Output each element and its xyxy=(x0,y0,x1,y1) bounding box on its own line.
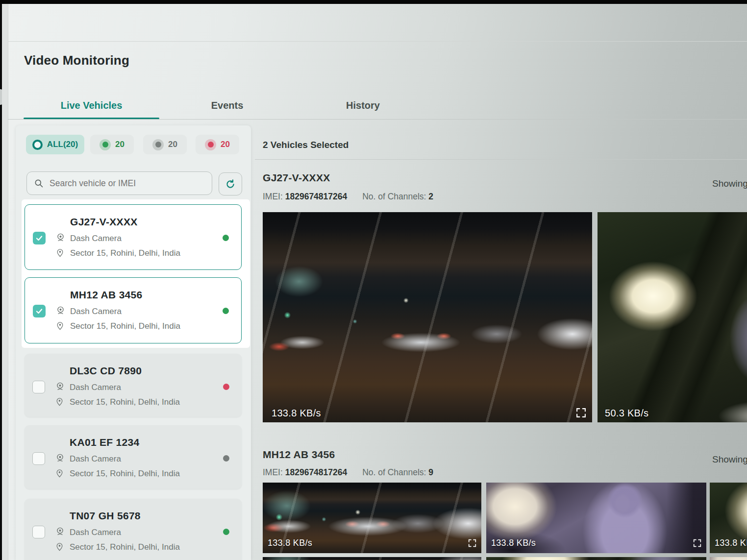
channels-label: No. of Channels: xyxy=(362,192,426,201)
webcam-icon xyxy=(55,382,65,393)
vehicle-checkbox[interactable] xyxy=(32,381,45,393)
refresh-icon xyxy=(225,179,236,190)
tab-live-vehicles[interactable]: Live Vehicles xyxy=(24,100,159,111)
vehicle-checkbox[interactable] xyxy=(32,526,45,538)
vehicle-name: TN07 GH 5678 xyxy=(70,510,141,522)
status-dot xyxy=(223,308,229,314)
vehicle-location: Sector 15, Rohini, Delhi, India xyxy=(70,469,180,479)
page: Video Monitoring Live Vehicles Events Hi… xyxy=(2,4,747,560)
vehicle-checkbox[interactable] xyxy=(33,305,46,317)
fullscreen-icon[interactable] xyxy=(576,408,586,418)
filter-idle-count: 20 xyxy=(168,140,177,149)
search-icon xyxy=(34,178,44,188)
channels-value: 9 xyxy=(428,467,433,477)
vehicle-name: KA01 EF 1234 xyxy=(70,437,140,448)
vehicle-card[interactable]: DL3C CD 7890 Dash Camera Sector 15, Rohi… xyxy=(25,354,242,417)
header-divider xyxy=(8,41,747,42)
refresh-button[interactable] xyxy=(219,172,242,195)
showing-label: Showing xyxy=(712,454,747,465)
active-tab-underline xyxy=(24,118,159,119)
bitrate-overlay: 133.8 KB/s xyxy=(715,538,747,548)
vehicle-checkbox[interactable] xyxy=(32,452,45,465)
location-pin-icon xyxy=(56,247,64,259)
page-title: Video Monitoring xyxy=(24,53,129,68)
vehicle-card[interactable]: GJ27-V-XXXX Dash Camera Sector 15, Rohin… xyxy=(25,204,242,270)
check-icon xyxy=(35,307,43,315)
location-pin-icon xyxy=(55,396,64,408)
tab-bar: Live Vehicles Events History xyxy=(8,96,747,120)
section-vehicle-title: MH12 AB 3456 xyxy=(263,449,335,461)
webcam-icon xyxy=(55,527,65,538)
tab-events[interactable]: Events xyxy=(159,100,295,111)
vehicle-name: MH12 AB 3456 xyxy=(70,289,143,301)
location-pin-icon xyxy=(55,468,64,480)
vehicle-card[interactable]: TN07 GH 5678 Dash Camera Sector 15, Rohi… xyxy=(25,499,242,560)
status-dot xyxy=(223,529,229,535)
filter-online-button[interactable]: 20 xyxy=(90,135,134,154)
showing-label: Showing xyxy=(712,178,747,189)
vehicle-type: Dash Camera xyxy=(70,307,122,317)
section-meta: IMEI: 1829674817264 No. of Channels: 9 xyxy=(263,467,433,478)
all-filter-ring-icon xyxy=(32,140,43,150)
vehicle-card[interactable]: KA01 EF 1234 Dash Camera Sector 15, Rohi… xyxy=(25,425,242,489)
video-feed: 50.3 KB/s xyxy=(598,212,747,422)
vehicle-checkbox[interactable] xyxy=(33,232,46,244)
offline-dot-icon xyxy=(205,139,216,150)
page-gutter xyxy=(2,4,8,560)
vehicle-location: Sector 15, Rohini, Delhi, India xyxy=(70,542,180,552)
imei-label: IMEI: xyxy=(263,467,283,477)
channels-value: 2 xyxy=(428,192,433,201)
video-feed xyxy=(486,557,706,560)
vehicle-sidebar: ALL(20) 20 20 20 xyxy=(16,125,251,560)
webcam-icon xyxy=(55,453,65,464)
fullscreen-icon[interactable] xyxy=(468,539,476,547)
vehicle-type: Dash Camera xyxy=(70,454,121,464)
filter-all-button[interactable]: ALL(20) xyxy=(26,135,84,154)
section-meta: IMEI: 1829674817264 No. of Channels: 2 xyxy=(263,192,433,202)
video-feed: 133.8 KB/s xyxy=(710,483,747,553)
status-dot xyxy=(223,235,229,241)
imei-value: 1829674817264 xyxy=(285,467,348,477)
bitrate-overlay: 133.8 KB/s xyxy=(272,408,321,419)
vehicle-card[interactable]: MH12 AB 3456 Dash Camera Sector 15, Rohi… xyxy=(25,277,242,343)
fullscreen-icon[interactable] xyxy=(693,539,701,547)
online-dot-icon xyxy=(100,139,111,150)
channels-label: No. of Channels: xyxy=(362,467,426,477)
filter-offline-count: 20 xyxy=(221,140,230,149)
vehicle-type: Dash Camera xyxy=(70,234,122,243)
main-divider xyxy=(255,159,747,160)
location-pin-icon xyxy=(55,541,64,553)
filter-online-count: 20 xyxy=(115,140,124,149)
vehicle-type: Dash Camera xyxy=(70,383,121,392)
vehicle-name: DL3C CD 7890 xyxy=(70,365,142,377)
bitrate-overlay: 50.3 KB/s xyxy=(605,408,648,419)
selected-count-label: 2 Vehicles Selected xyxy=(263,140,349,150)
webcam-icon xyxy=(56,233,65,244)
vehicle-location: Sector 15, Rohini, Delhi, India xyxy=(70,397,180,407)
location-pin-icon xyxy=(56,320,64,332)
video-feed xyxy=(263,557,481,560)
search-input[interactable] xyxy=(49,178,205,189)
app-window: Video Monitoring Live Vehicles Events Hi… xyxy=(0,0,747,560)
filter-all-label: ALL(20) xyxy=(47,140,78,149)
check-icon xyxy=(35,234,43,242)
status-dot xyxy=(223,455,229,462)
imei-label: IMEI: xyxy=(263,192,283,201)
filter-idle-button[interactable]: 20 xyxy=(143,135,187,154)
idle-dot-icon xyxy=(152,139,164,150)
tab-history[interactable]: History xyxy=(295,100,431,111)
webcam-icon xyxy=(56,306,65,317)
vehicle-location: Sector 15, Rohini, Delhi, India xyxy=(70,248,180,258)
window-top-edge xyxy=(0,0,747,4)
video-feed: 133.8 KB/s xyxy=(263,483,481,553)
vehicle-name: GJ27-V-XXXX xyxy=(70,216,138,228)
search-box xyxy=(26,171,212,195)
status-dot xyxy=(223,384,229,390)
bitrate-overlay: 133.8 KB/s xyxy=(268,538,312,548)
bitrate-overlay: 133.8 KB/s xyxy=(491,538,536,548)
video-feed: 133.8 KB/s xyxy=(263,212,592,422)
video-feed xyxy=(710,557,747,560)
vehicle-location: Sector 15, Rohini, Delhi, India xyxy=(70,321,180,331)
video-feed: 133.8 KB/s xyxy=(486,483,706,553)
filter-offline-button[interactable]: 20 xyxy=(196,135,239,154)
